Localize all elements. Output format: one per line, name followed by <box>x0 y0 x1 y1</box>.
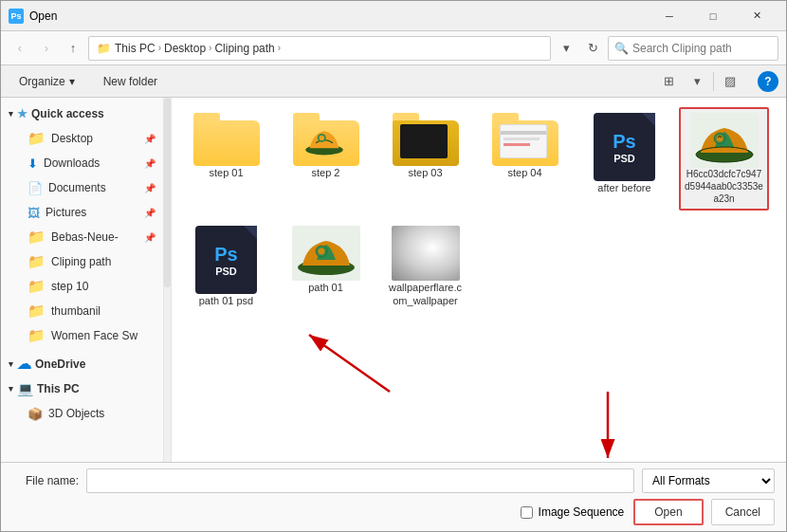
sidebar-section-quickaccess[interactable]: ▾ ★ Quick access <box>1 101 163 126</box>
close-button[interactable]: ✕ <box>735 1 778 31</box>
sidebar-pictures-label: Pictures <box>46 206 86 219</box>
back-button[interactable]: ‹ <box>9 37 31 60</box>
file-item-path01[interactable]: path 01 <box>281 220 371 314</box>
sidebar-item-3dobjects[interactable]: 📦 3D Objects <box>1 401 163 426</box>
path-desktop[interactable]: Desktop <box>164 42 206 55</box>
file-item-step01[interactable]: step 01 <box>181 107 271 211</box>
format-select[interactable]: All Formats <box>642 468 775 493</box>
minimize-button[interactable]: ─ <box>648 1 691 31</box>
svg-line-11 <box>309 335 390 392</box>
file-item-path01psd[interactable]: Ps PSD path 01 psd <box>181 220 271 314</box>
view-options-button[interactable]: ⊞ <box>656 69 681 94</box>
file-label-path01psd: path 01 psd <box>199 294 254 307</box>
path-clipingpath[interactable]: Cliping path <box>214 42 274 55</box>
folder-icon-step2 <box>293 113 359 166</box>
thispc-chevron-icon: ▾ <box>9 384 13 394</box>
sidebar-item-downloads[interactable]: ⬇ Downloads 📌 <box>1 151 163 175</box>
sidebar-bebas-label: Bebas-Neue- <box>51 230 119 244</box>
sidebar-item-pictures[interactable]: 🖼 Pictures 📌 <box>1 200 163 225</box>
path-dropdown-button[interactable]: ▾ <box>555 37 577 60</box>
sidebar-womenface-label: Women Face Sw <box>51 329 137 342</box>
sidebar-desktop-label: Desktop <box>51 132 93 145</box>
search-input[interactable] <box>632 42 775 55</box>
wallpaper-thumb <box>392 226 460 281</box>
svg-point-2 <box>319 136 323 140</box>
file-label-step01: step 01 <box>209 166 243 179</box>
help-icon: ? <box>764 75 771 88</box>
sidebar-item-documents[interactable]: 📄 Documents 📌 <box>1 175 163 200</box>
dialog-title: Open <box>29 9 648 23</box>
app-icon: Ps <box>9 9 24 24</box>
psd-icon-path01: Ps PSD <box>195 226 257 294</box>
folder-icon-step03 <box>393 113 459 166</box>
cloud-icon: ☁ <box>17 356 31 373</box>
sidebar-documents-label: Documents <box>48 181 106 194</box>
window-controls: ─ □ ✕ <box>648 1 778 31</box>
new-folder-button[interactable]: New folder <box>93 69 168 94</box>
sidebar-scrollbar[interactable] <box>164 98 172 462</box>
up-button[interactable]: ↑ <box>62 37 84 60</box>
view-dropdown-button[interactable]: ▾ <box>685 69 709 94</box>
file-label-step03: step 03 <box>408 166 442 179</box>
pin-icon-doc: 📌 <box>144 183 156 193</box>
help-button[interactable]: ? <box>758 71 778 92</box>
format-selector: All Formats <box>642 468 775 493</box>
sidebar-item-bebas[interactable]: 📁 Bebas-Neue- 📌 <box>1 225 163 249</box>
sidebar-step10-label: step 10 <box>51 280 88 293</box>
folder-womenface-icon: 📁 <box>27 327 46 344</box>
onedrive-chevron-icon: ▾ <box>9 359 13 369</box>
image-sequence-checkbox[interactable] <box>521 506 533 519</box>
maximize-button[interactable]: □ <box>691 1 735 31</box>
bottom-area: File name: All Formats Image Sequence Op… <box>1 462 786 531</box>
organize-chevron-icon: ▾ <box>69 75 75 88</box>
forward-button[interactable]: › <box>35 37 58 60</box>
sidebar-item-thumbanil[interactable]: 📁 thumbanil <box>1 299 163 323</box>
psd-text-2: PSD <box>215 266 237 277</box>
path-sep-3: › <box>278 43 281 53</box>
pane-button[interactable]: ▨ <box>718 69 742 94</box>
path-sep-2: › <box>209 43 211 53</box>
psd-icon-afterbefore: Ps PSD <box>594 113 655 181</box>
sidebar-onedrive-label: OneDrive <box>35 358 85 371</box>
file-item-step2[interactable]: step 2 <box>281 107 371 211</box>
file-label-wallpaper: wallpaperflare.com_wallpaper <box>386 281 465 308</box>
main-area: ▾ ★ Quick access 📁 Desktop 📌 ⬇ Downloads… <box>1 98 786 462</box>
sidebar-item-womenface[interactable]: 📁 Women Face Sw <box>1 323 163 348</box>
file-item-step03[interactable]: step 03 <box>380 107 470 211</box>
organize-label: Organize <box>19 75 65 88</box>
ps-text-2: Ps <box>214 244 237 266</box>
pin-icon-pic: 📌 <box>144 208 156 218</box>
address-path[interactable]: 📁 This PC › Desktop › Cliping path › <box>88 36 551 61</box>
organize-button[interactable]: Organize ▾ <box>9 69 85 94</box>
cancel-button[interactable]: Cancel <box>711 499 775 525</box>
folder-bebas-icon: 📁 <box>27 229 46 246</box>
file-item-selectedhat[interactable]: H6cc03dcfc7c947d5944aab0c3353ea23n <box>679 107 769 211</box>
file-item-step04[interactable]: step 04 <box>480 107 570 211</box>
sidebar-section-onedrive[interactable]: ▾ ☁ OneDrive <box>1 352 163 376</box>
open-button[interactable]: Open <box>633 499 703 525</box>
search-box: 🔍 <box>608 36 778 61</box>
open-dialog: Ps Open ─ □ ✕ ‹ › ↑ 📁 This PC › Desktop … <box>0 0 787 532</box>
doc-icon: 📄 <box>27 181 43 195</box>
folder-step10-icon: 📁 <box>27 278 46 295</box>
ps-text: Ps <box>613 131 635 153</box>
action-buttons: Open Cancel <box>633 499 775 525</box>
path-thispc[interactable]: This PC <box>115 42 156 55</box>
image-sequence-label[interactable]: Image Sequence <box>539 505 625 519</box>
folder-icon: 📁 <box>27 130 46 147</box>
file-item-afterbefore[interactable]: Ps PSD after before <box>579 107 669 211</box>
filename-input[interactable] <box>86 468 634 493</box>
refresh-button[interactable]: ↻ <box>581 37 604 60</box>
file-item-wallpaper[interactable]: wallpaperflare.com_wallpaper <box>380 220 470 314</box>
toolbar-right: ⊞ ▾ ▨ ? <box>656 69 778 94</box>
toolbar-separator <box>713 72 714 91</box>
folder-cliping-icon: 📁 <box>27 253 46 270</box>
sidebar-item-cliping[interactable]: 📁 Cliping path <box>1 249 163 274</box>
filename-row: File name: All Formats <box>12 468 775 493</box>
sidebar-downloads-label: Downloads <box>44 156 100 170</box>
address-bar: ‹ › ↑ 📁 This PC › Desktop › Cliping path… <box>1 31 786 65</box>
folder-icon-step04 <box>492 113 558 166</box>
sidebar-item-desktop[interactable]: 📁 Desktop 📌 <box>1 126 163 151</box>
sidebar-section-thispc[interactable]: ▾ 💻 This PC <box>1 376 163 401</box>
sidebar-item-step10[interactable]: 📁 step 10 <box>1 274 163 299</box>
